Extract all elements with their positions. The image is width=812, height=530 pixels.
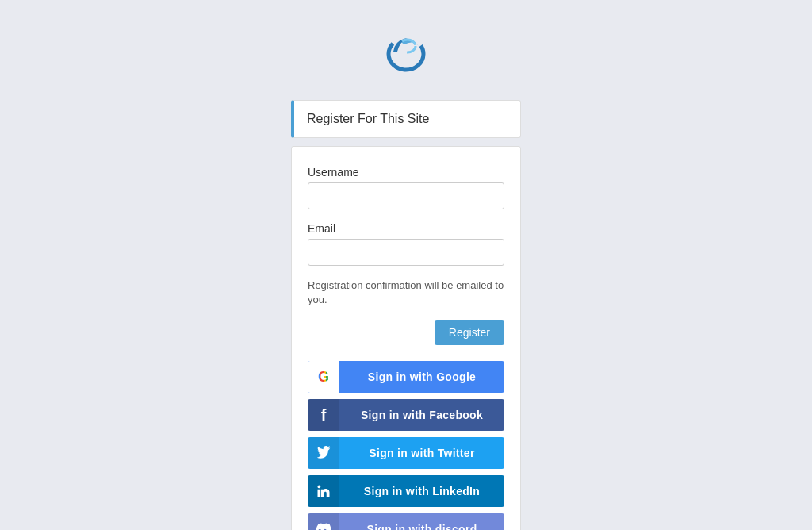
svg-point-2 [318,486,321,489]
register-btn-row: Register [308,320,504,345]
linkedin-button-label: Sign in with LinkedIn [339,485,504,497]
sign-in-linkedin-button[interactable]: Sign in with LinkedIn [308,475,504,507]
twitter-icon [308,437,339,469]
twitter-button-label: Sign in with Twitter [339,447,504,459]
facebook-icon: f [308,399,339,431]
sign-in-discord-button[interactable]: Sign in with discord [308,513,504,530]
svg-rect-3 [318,490,321,497]
sign-in-twitter-button[interactable]: Sign in with Twitter [308,437,504,469]
social-buttons-container: G Sign in with Google f Sign in with Fac… [308,361,504,530]
email-label: Email [308,222,504,235]
discord-icon [308,513,339,530]
sign-in-google-button[interactable]: G Sign in with Google [308,361,504,393]
username-label: Username [308,166,504,179]
logo-container [377,24,435,84]
google-icon: G [308,361,339,393]
email-field-group: Email [308,222,504,266]
facebook-button-label: Sign in with Facebook [339,409,504,421]
page-wrapper: Register For This Site Username Email Re… [144,16,668,530]
google-button-label: Sign in with Google [339,371,504,383]
linkedin-icon [308,475,339,507]
username-input[interactable] [308,182,504,209]
email-input[interactable] [308,239,504,266]
confirmation-text: Registration confirmation will be emaile… [308,278,504,307]
discord-button-label: Sign in with discord [339,523,504,530]
page-title-card: Register For This Site [291,100,521,138]
sign-in-facebook-button[interactable]: f Sign in with Facebook [308,399,504,431]
register-button[interactable]: Register [435,320,504,345]
site-logo-icon [377,24,435,81]
page-title: Register For This Site [307,112,429,125]
register-card: Username Email Registration confirmation… [291,146,521,530]
username-field-group: Username [308,166,504,209]
